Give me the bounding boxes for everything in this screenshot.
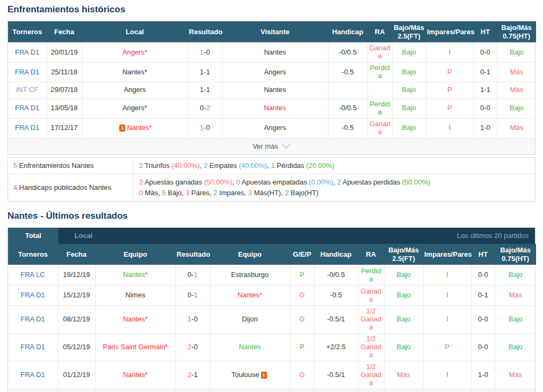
results-tab-bar: Total Local Los últimos 20 partidos bbox=[8, 228, 535, 244]
last-20-matches-note: Los últimos 20 partidos bbox=[457, 228, 535, 244]
header-row: TornerosFechaEquipoResultadoEquipoG/E/PH… bbox=[8, 244, 536, 265]
cell: -0.5/1 bbox=[314, 361, 358, 388]
cell: Ganada bbox=[368, 118, 392, 137]
match-row: FRA D117/12/171Nantes*1-0Angers-0.5Ganad… bbox=[8, 118, 536, 137]
match-row: INT CF29/07/18Angers1-1NantesBajoP1-1Más bbox=[8, 82, 536, 98]
tab-total[interactable]: Total bbox=[8, 228, 58, 244]
tournament-link-cell[interactable]: FRA D1 bbox=[8, 306, 58, 334]
summary-line: 2 Apuestas ganadas (50.00%), 0 Apuestas … bbox=[139, 177, 530, 188]
ver-mas-button-results[interactable]: Ver más bbox=[8, 389, 535, 392]
cell: 1-0 bbox=[175, 306, 210, 334]
cell: Bajo bbox=[392, 82, 426, 98]
column-header: HT bbox=[471, 244, 495, 265]
cell: 1-1 bbox=[188, 82, 222, 98]
cell: 0-2 bbox=[188, 98, 222, 118]
cell: Nantes bbox=[222, 43, 328, 63]
tournament-link-cell[interactable]: FRA LC bbox=[8, 265, 58, 286]
match-row: FRA D105/12/19Paris Saint Germain*2-0Nan… bbox=[8, 334, 536, 362]
cell: 0-0 bbox=[471, 306, 495, 334]
column-header: Equipo bbox=[95, 244, 175, 265]
summary-label: 5 Enfrentamientos Nantes bbox=[8, 158, 134, 174]
column-header: Handicap bbox=[314, 244, 358, 265]
cell: 15/12/19 bbox=[58, 286, 95, 306]
summary-row: 4 Handicaps publicados Nantes2 Apuestas … bbox=[8, 174, 535, 201]
last-results-table-wrap: Total Local Los últimos 20 partidos Torn… bbox=[7, 227, 536, 392]
cell: Paris Saint Germain* bbox=[95, 334, 175, 362]
cell: Dijon bbox=[210, 306, 290, 334]
cell: 1Nantes* bbox=[82, 118, 188, 137]
column-header: Equipo bbox=[210, 244, 290, 265]
cell: 1-0 bbox=[188, 43, 222, 63]
column-header: Resultado bbox=[188, 21, 222, 43]
cell: -0.5/1 bbox=[314, 306, 358, 334]
column-header: Fecha bbox=[58, 244, 95, 265]
cell: Angers* bbox=[82, 98, 188, 118]
cell: 1-0 bbox=[473, 118, 497, 137]
cell: 19/12/19 bbox=[58, 265, 95, 286]
tournament-link-cell[interactable]: FRA D1 bbox=[8, 43, 47, 63]
tab-local[interactable]: Local bbox=[58, 228, 109, 244]
cell: 1/2 Ganada bbox=[358, 306, 384, 334]
cell: 0-0 bbox=[473, 43, 497, 63]
cell: 20/01/19 bbox=[47, 43, 82, 63]
column-header: Local bbox=[82, 21, 188, 43]
cell: Nantes* bbox=[95, 306, 175, 334]
cell: Perdida bbox=[368, 63, 392, 82]
cell: 25/11/18 bbox=[47, 63, 82, 82]
cell: 0-0 bbox=[473, 98, 497, 118]
cell: Ganada bbox=[358, 286, 384, 306]
tournament-link-cell[interactable]: FRA D1 bbox=[8, 361, 58, 388]
cell: G bbox=[290, 286, 314, 306]
cell: I bbox=[423, 306, 471, 334]
summary-content: 2 Apuestas ganadas (50.00%), 0 Apuestas … bbox=[134, 174, 535, 201]
historical-table: TornerosFechaLocalResultadoVisitanteHand… bbox=[8, 21, 536, 138]
column-header: Impares/Pares bbox=[423, 244, 471, 265]
cell: Más bbox=[384, 361, 423, 388]
column-header: RA bbox=[368, 21, 392, 43]
cell: I bbox=[423, 265, 471, 286]
cell: Nantes bbox=[222, 82, 328, 98]
cell: Estrasburgo bbox=[210, 265, 290, 286]
cell: G bbox=[290, 361, 314, 388]
column-header: Bajo/Más 2.5(FT) bbox=[392, 21, 426, 43]
cell: 0-1 bbox=[471, 286, 495, 306]
tournament-link-cell[interactable]: FRA D1 bbox=[8, 63, 47, 82]
red-card-icon: 1 bbox=[261, 372, 267, 379]
cell: 0-0 bbox=[471, 265, 495, 286]
cell: Bajo bbox=[392, 98, 426, 118]
match-row: FRA D113/05/18Angers*0-2Nantes-0/0.5Perd… bbox=[8, 98, 536, 118]
cell: Angers bbox=[222, 63, 328, 82]
cell: P bbox=[426, 98, 473, 118]
tournament-link-cell[interactable]: FRA D1 bbox=[8, 98, 47, 118]
cell: Más bbox=[497, 82, 536, 98]
tournament-link-cell[interactable]: INT CF bbox=[8, 82, 47, 98]
cell: I bbox=[426, 43, 473, 63]
ver-mas-button-historical[interactable]: Ver más bbox=[8, 138, 535, 155]
cell: Bajo bbox=[495, 265, 536, 286]
cell: Bajo bbox=[392, 63, 426, 82]
cell: Nantes bbox=[210, 334, 290, 362]
cell: -0.5 bbox=[328, 118, 368, 137]
tournament-link-cell[interactable]: FRA D1 bbox=[8, 334, 58, 362]
cell: I bbox=[426, 118, 473, 137]
cell: Bajo bbox=[384, 286, 423, 306]
summary-line: 2 Triunfos (40.00%), 2 Empates (40.00%),… bbox=[139, 160, 530, 171]
cell: G bbox=[290, 306, 314, 334]
cell: -0/0.5 bbox=[328, 98, 368, 118]
tournament-link-cell[interactable]: FRA D1 bbox=[8, 118, 47, 137]
cell: -0/0.5 bbox=[328, 43, 368, 63]
tournament-link-cell[interactable]: FRA D1 bbox=[8, 286, 58, 306]
cell: 1/2 Ganada bbox=[358, 334, 384, 362]
cell: Más bbox=[497, 118, 536, 137]
cell: Nantes* bbox=[82, 63, 188, 82]
summary-row: 5 Enfrentamientos Nantes2 Triunfos (40.0… bbox=[8, 158, 535, 174]
cell: Nantes bbox=[222, 98, 328, 118]
page: Enfrentamientos históricos TornerosFecha… bbox=[0, 0, 543, 392]
cell: Toulouse1 bbox=[210, 361, 290, 388]
cell: P bbox=[426, 63, 473, 82]
cell: Más bbox=[497, 63, 536, 82]
cell: -0.5 bbox=[314, 286, 358, 306]
cell: Bajo bbox=[392, 118, 426, 137]
cell: 1-1 bbox=[473, 82, 497, 98]
cell: Angers* bbox=[82, 43, 188, 63]
